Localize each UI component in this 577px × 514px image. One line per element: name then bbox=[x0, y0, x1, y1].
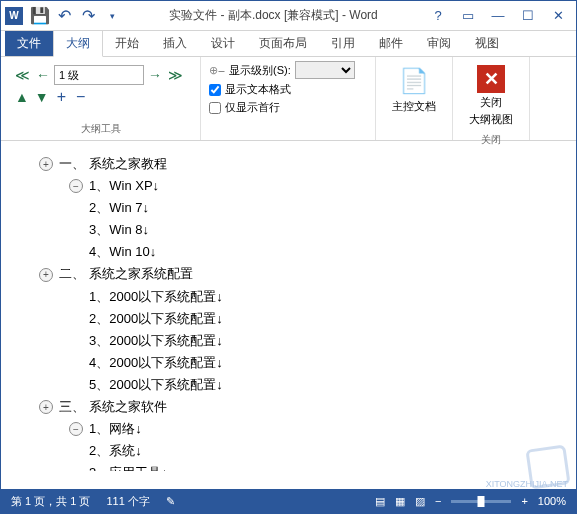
quick-access-toolbar: 💾 ↶ ↷ ▾ bbox=[29, 5, 123, 27]
tab-review[interactable]: 审阅 bbox=[415, 31, 463, 56]
close-icon: ✕ bbox=[477, 65, 505, 93]
zoom-out-button[interactable]: − bbox=[435, 495, 441, 507]
outline-text[interactable]: 1、2000以下系统配置↓ bbox=[89, 286, 223, 308]
outline-text[interactable]: 3、应用工具↓ bbox=[89, 462, 168, 471]
outline-row[interactable]: −1、网络↓ bbox=[69, 418, 556, 440]
help-button[interactable]: ? bbox=[424, 5, 452, 27]
outline-level-select[interactable] bbox=[54, 65, 144, 85]
outline-text[interactable]: 1、网络↓ bbox=[89, 418, 142, 440]
promote-to-heading1-button[interactable]: ≪ bbox=[13, 65, 32, 85]
view-web-button[interactable]: ▨ bbox=[415, 495, 425, 508]
tab-file[interactable]: 文件 bbox=[5, 31, 53, 56]
outline-row[interactable]: 2、Win 7↓ bbox=[89, 197, 556, 219]
tab-layout[interactable]: 页面布局 bbox=[247, 31, 319, 56]
document-area[interactable]: +一、 系统之家教程−1、Win XP↓2、Win 7↓3、Win 8↓4、Wi… bbox=[1, 141, 576, 471]
outline-text[interactable]: 3、Win 8↓ bbox=[89, 219, 149, 241]
status-page[interactable]: 第 1 页，共 1 页 bbox=[11, 494, 90, 509]
view-print-button[interactable]: ▦ bbox=[395, 495, 405, 508]
ribbon-group-show: ⊕‒ 显示级别(S): 显示文本格式 仅显示首行 bbox=[201, 57, 376, 140]
show-level-label: 显示级别(S): bbox=[229, 63, 291, 78]
tab-home[interactable]: 开始 bbox=[103, 31, 151, 56]
collapse-button[interactable]: − bbox=[72, 88, 89, 106]
zoom-in-button[interactable]: + bbox=[521, 495, 527, 507]
zoom-level[interactable]: 100% bbox=[538, 495, 566, 507]
master-document-button[interactable]: 📄 主控文档 bbox=[384, 61, 444, 118]
outline-text[interactable]: 5、2000以下系统配置↓ bbox=[89, 374, 223, 396]
close-label-2: 大纲视图 bbox=[469, 112, 513, 127]
show-level-icon: ⊕‒ bbox=[209, 64, 225, 77]
ribbon-group-master-doc: 📄 主控文档 bbox=[376, 57, 453, 140]
group-label-close: 关闭 bbox=[461, 131, 521, 147]
outline-text[interactable]: 一、 系统之家教程 bbox=[59, 153, 167, 175]
ribbon-group-close: ✕ 关闭 大纲视图 关闭 bbox=[453, 57, 530, 140]
show-firstline-checkbox[interactable] bbox=[209, 102, 221, 114]
outline-text[interactable]: 3、2000以下系统配置↓ bbox=[89, 330, 223, 352]
outline-text[interactable]: 三、 系统之家软件 bbox=[59, 396, 167, 418]
outline-text[interactable]: 2、Win 7↓ bbox=[89, 197, 149, 219]
maximize-button[interactable]: ☐ bbox=[514, 5, 542, 27]
outline-row[interactable]: 4、2000以下系统配置↓ bbox=[89, 352, 556, 374]
collapse-icon[interactable]: − bbox=[69, 422, 83, 436]
save-button[interactable]: 💾 bbox=[29, 5, 51, 27]
ribbon: ≪ ← → ≫ ▲ ▼ + − 大纲工具 ⊕‒ 显示级别(S): bbox=[1, 57, 576, 141]
expand-icon[interactable]: + bbox=[39, 268, 53, 282]
tab-view[interactable]: 视图 bbox=[463, 31, 511, 56]
tab-design[interactable]: 设计 bbox=[199, 31, 247, 56]
move-down-button[interactable]: ▼ bbox=[33, 87, 51, 107]
window-title: 实验文件 - 副本.docx [兼容模式] - Word bbox=[123, 7, 424, 24]
outline-text[interactable]: 4、Win 10↓ bbox=[89, 241, 156, 263]
demote-button[interactable]: → bbox=[146, 65, 164, 85]
outline-row[interactable]: 5、2000以下系统配置↓ bbox=[89, 374, 556, 396]
statusbar: 第 1 页，共 1 页 111 个字 ✎ ▤ ▦ ▨ − + 100% bbox=[1, 489, 576, 513]
expand-icon[interactable]: + bbox=[39, 400, 53, 414]
show-firstline-label: 仅显示首行 bbox=[225, 100, 280, 115]
word-app-icon: W bbox=[5, 7, 23, 25]
master-doc-label: 主控文档 bbox=[392, 99, 436, 114]
redo-button[interactable]: ↷ bbox=[77, 5, 99, 27]
outline-row[interactable]: 4、Win 10↓ bbox=[89, 241, 556, 263]
status-proofing-icon[interactable]: ✎ bbox=[166, 495, 175, 508]
outline-row[interactable]: +二、 系统之家系统配置 bbox=[39, 263, 556, 285]
move-up-button[interactable]: ▲ bbox=[13, 87, 31, 107]
status-word-count[interactable]: 111 个字 bbox=[106, 494, 149, 509]
close-window-button[interactable]: ✕ bbox=[544, 5, 572, 27]
outline-row[interactable]: 3、2000以下系统配置↓ bbox=[89, 330, 556, 352]
outline-text[interactable]: 2、系统↓ bbox=[89, 440, 142, 462]
group-label-outline-tools: 大纲工具 bbox=[9, 120, 192, 136]
tab-mail[interactable]: 邮件 bbox=[367, 31, 415, 56]
undo-button[interactable]: ↶ bbox=[53, 5, 75, 27]
outline-text[interactable]: 1、Win XP↓ bbox=[89, 175, 159, 197]
outline-text[interactable]: 4、2000以下系统配置↓ bbox=[89, 352, 223, 374]
tab-outline[interactable]: 大纲 bbox=[53, 30, 103, 57]
outline-text[interactable]: 2、2000以下系统配置↓ bbox=[89, 308, 223, 330]
ribbon-options-button[interactable]: ▭ bbox=[454, 5, 482, 27]
promote-button[interactable]: ← bbox=[34, 65, 52, 85]
outline-row[interactable]: 1、2000以下系统配置↓ bbox=[89, 286, 556, 308]
collapse-icon[interactable]: − bbox=[69, 179, 83, 193]
outline-row[interactable]: −1、Win XP↓ bbox=[69, 175, 556, 197]
expand-icon[interactable]: + bbox=[39, 157, 53, 171]
show-format-checkbox[interactable] bbox=[209, 84, 221, 96]
tab-insert[interactable]: 插入 bbox=[151, 31, 199, 56]
show-level-select[interactable] bbox=[295, 61, 355, 79]
document-icon: 📄 bbox=[398, 65, 430, 97]
outline-row[interactable]: 2、2000以下系统配置↓ bbox=[89, 308, 556, 330]
outline-row[interactable]: +三、 系统之家软件 bbox=[39, 396, 556, 418]
expand-button[interactable]: + bbox=[53, 88, 70, 106]
demote-to-body-button[interactable]: ≫ bbox=[166, 65, 185, 85]
outline-row[interactable]: 2、系统↓ bbox=[89, 440, 556, 462]
outline-row[interactable]: +一、 系统之家教程 bbox=[39, 153, 556, 175]
outline-text[interactable]: 二、 系统之家系统配置 bbox=[59, 263, 193, 285]
zoom-slider[interactable] bbox=[451, 500, 511, 503]
outline-row[interactable]: 3、Win 8↓ bbox=[89, 219, 556, 241]
view-readmode-button[interactable]: ▤ bbox=[375, 495, 385, 508]
outline-row[interactable]: 3、应用工具↓ bbox=[89, 462, 556, 471]
tab-references[interactable]: 引用 bbox=[319, 31, 367, 56]
close-outline-view-button[interactable]: ✕ 关闭 大纲视图 bbox=[461, 61, 521, 131]
ribbon-tabs: 文件 大纲 开始 插入 设计 页面布局 引用 邮件 审阅 视图 bbox=[1, 31, 576, 57]
qat-customize-button[interactable]: ▾ bbox=[101, 5, 123, 27]
window-controls: ? ▭ — ☐ ✕ bbox=[424, 5, 572, 27]
watermark-text: XITONGZHIJIA.NET bbox=[486, 479, 568, 489]
show-format-label: 显示文本格式 bbox=[225, 82, 291, 97]
minimize-button[interactable]: — bbox=[484, 5, 512, 27]
